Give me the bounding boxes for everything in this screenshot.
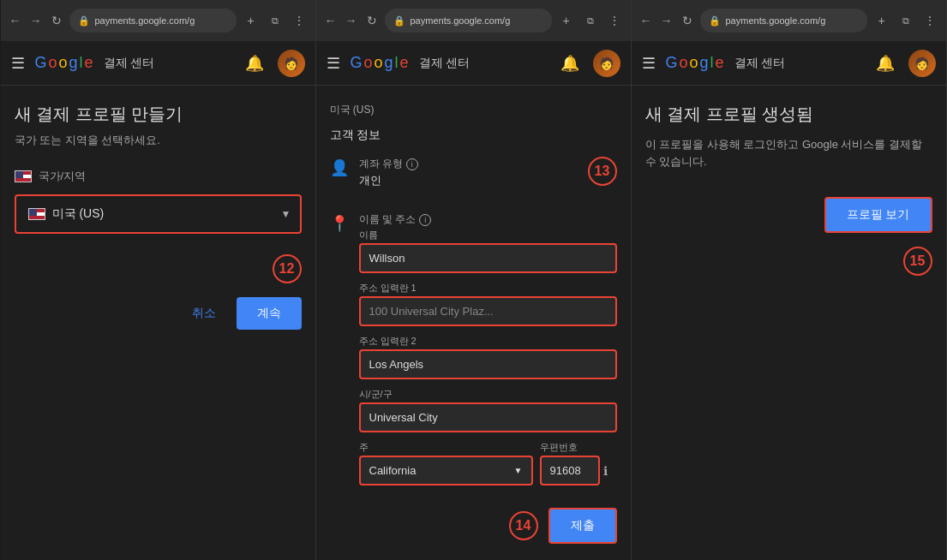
- lock-icon: 🔒: [78, 15, 90, 27]
- step-badge-15: 15: [903, 247, 932, 276]
- address-block: 이름 및 주소 i 이름 Willson 주소 입력란 1 100 Univer…: [359, 212, 617, 494]
- state-dropdown[interactable]: California ▼: [359, 456, 533, 486]
- bell-icon-2[interactable]: 🔔: [560, 54, 579, 73]
- address1-label: 주소 입력란 1: [359, 282, 617, 295]
- step-badge-13: 13: [588, 157, 617, 186]
- new-tab-button[interactable]: +: [242, 11, 261, 30]
- menu-dots-icon[interactable]: ⋮: [290, 11, 309, 30]
- city-field-wrapper: 시/군/구 Universal City: [359, 388, 617, 432]
- refresh-icon-3[interactable]: ↻: [680, 13, 695, 28]
- logo-o2: o: [59, 54, 68, 72]
- country-value: 미국 (US): [52, 206, 105, 222]
- avatar-3[interactable]: 🧑: [908, 50, 936, 77]
- success-description: 이 프로필을 사용해 로그인하고 Google 서비스를 결제할 수 있습니다.: [645, 136, 932, 170]
- submit-button[interactable]: 제출: [548, 508, 617, 544]
- forward-icon-3[interactable]: →: [659, 13, 674, 28]
- address-label-row: 이름 및 주소 i: [359, 212, 617, 227]
- browser-chrome-3: ← → ↻ 🔒 payments.google.com/g + ⧉ ⋮: [632, 0, 946, 41]
- panel-3: ← → ↻ 🔒 payments.google.com/g + ⧉ ⋮ ☰ Go…: [632, 0, 947, 560]
- avatar-2[interactable]: 🧑: [593, 50, 620, 77]
- menu-dots-icon-3[interactable]: ⋮: [920, 11, 939, 30]
- flag-icon-inner: [28, 208, 45, 220]
- name-input[interactable]: Willson: [359, 243, 617, 273]
- logo-g2: g: [69, 54, 78, 72]
- panel-2: ← → ↻ 🔒 payments.google.com/g + ⧉ ⋮ ☰ Go…: [316, 0, 632, 560]
- cancel-button[interactable]: 취소: [182, 299, 226, 328]
- location-icon: 📍: [330, 214, 349, 233]
- panel1-subtitle: 국가 또는 지역을 선택하세요.: [15, 133, 302, 148]
- continue-button[interactable]: 계속: [237, 297, 302, 330]
- country-dropdown[interactable]: 미국 (US): [18, 198, 298, 230]
- address-section-row: 📍 이름 및 주소 i 이름 Willson 주소 입력란 1 100 Univ…: [330, 212, 617, 494]
- back-icon[interactable]: ←: [8, 13, 23, 28]
- address-bar-3[interactable]: 🔒 payments.google.com/g: [700, 9, 867, 33]
- lock-icon-2: 🔒: [393, 15, 405, 27]
- address-label: 이름 및 주소: [359, 212, 417, 227]
- tab-icon[interactable]: ⧉: [266, 11, 285, 30]
- name-field-wrapper: 이름 Willson: [359, 229, 617, 273]
- dropdown-chevron: ▼: [281, 208, 291, 220]
- city-input[interactable]: Universal City: [359, 402, 617, 432]
- panel1-content: 새 결제 프로필 만들기 국가 또는 지역을 선택하세요. 국가/지역 미국 (…: [1, 86, 315, 560]
- bell-icon-3[interactable]: 🔔: [876, 54, 895, 73]
- step-badge-14: 14: [509, 511, 538, 540]
- state-chevron: ▼: [514, 466, 523, 475]
- panel1-title: 새 결제 프로필 만들기: [15, 103, 302, 126]
- hamburger-icon[interactable]: ☰: [11, 54, 25, 73]
- lock-icon-3: 🔒: [709, 15, 721, 27]
- app-header-3: ☰ Google 결제 센터 🔔 🧑: [632, 41, 946, 86]
- logo-g: G: [35, 54, 47, 72]
- logo-e: e: [85, 54, 93, 72]
- tab-icon-3[interactable]: ⧉: [896, 11, 915, 30]
- new-tab-button-2[interactable]: +: [557, 11, 576, 30]
- hamburger-icon-3[interactable]: ☰: [642, 54, 656, 73]
- app-header-1: ☰ Google 결제 센터 🔔 🧑: [1, 41, 315, 86]
- zip-input[interactable]: 91608: [540, 456, 600, 486]
- url-text-3: payments.google.com/g: [726, 15, 859, 26]
- header-subtitle-2: 결제 센터: [419, 56, 471, 71]
- account-type-info-icon[interactable]: i: [406, 158, 418, 170]
- country-section-label: 국가/지역: [15, 169, 302, 184]
- submit-row: 14 제출: [330, 508, 617, 544]
- bell-icon-1[interactable]: 🔔: [245, 54, 264, 73]
- profile-btn-row: 프로필 보기: [645, 197, 932, 233]
- state-zip-row: 주 California ▼ 우편번호 91608 ℹ: [359, 441, 617, 486]
- flag-icon: [15, 170, 32, 182]
- app-header-2: ☰ Google 결제 센터 🔔 🧑: [316, 41, 631, 86]
- panel2-content: 미국 (US) 고객 정보 👤 계좌 유형 i 개인 13 📍 이름 및 주소 …: [316, 86, 631, 560]
- back-icon-3[interactable]: ←: [638, 13, 654, 28]
- refresh-icon[interactable]: ↻: [49, 13, 64, 28]
- address-info-icon[interactable]: i: [419, 214, 431, 226]
- step-badge-12: 12: [273, 254, 302, 283]
- country-label: 국가/지역: [39, 169, 87, 184]
- forward-icon[interactable]: →: [28, 13, 44, 28]
- zip-wrapper: 우편번호 91608 ℹ: [540, 441, 617, 486]
- google-logo-3: Google: [666, 54, 724, 72]
- view-profile-button[interactable]: 프로필 보기: [824, 197, 932, 233]
- forward-icon-2[interactable]: →: [344, 13, 359, 28]
- tab-icon-2[interactable]: ⧉: [581, 11, 600, 30]
- name-label: 이름: [359, 229, 617, 241]
- account-type-block: 계좌 유형 i 개인: [359, 157, 578, 199]
- avatar-1[interactable]: 🧑: [278, 50, 305, 77]
- browser-chrome-1: ← → ↻ 🔒 payments.google.com/g + ⧉ ⋮: [1, 0, 315, 41]
- new-tab-button-3[interactable]: +: [872, 11, 891, 30]
- address1-input[interactable]: 100 Universal City Plaz...: [359, 296, 617, 326]
- person-icon: 👤: [330, 158, 349, 177]
- refresh-icon-2[interactable]: ↻: [364, 13, 380, 28]
- address-bar-2[interactable]: 🔒 payments.google.com/g: [385, 9, 552, 33]
- back-icon-2[interactable]: ←: [323, 13, 339, 28]
- panel1-btn-row: 취소 계속: [15, 297, 302, 330]
- menu-dots-icon-2[interactable]: ⋮: [605, 11, 624, 30]
- account-type-value: 개인: [359, 173, 578, 188]
- zip-info-icon[interactable]: ℹ: [603, 464, 608, 478]
- address2-input[interactable]: Los Angels: [359, 349, 617, 379]
- url-text-2: payments.google.com/g: [411, 15, 543, 26]
- logo-l: l: [80, 54, 83, 72]
- address-bar-1[interactable]: 🔒 payments.google.com/g: [69, 9, 237, 33]
- hamburger-icon-2[interactable]: ☰: [327, 54, 340, 73]
- google-logo-2: Google: [351, 54, 409, 72]
- state-label: 주: [359, 441, 533, 454]
- breadcrumb: 미국 (US): [330, 103, 617, 117]
- address1-field-wrapper: 주소 입력란 1 100 Universal City Plaz...: [359, 282, 617, 326]
